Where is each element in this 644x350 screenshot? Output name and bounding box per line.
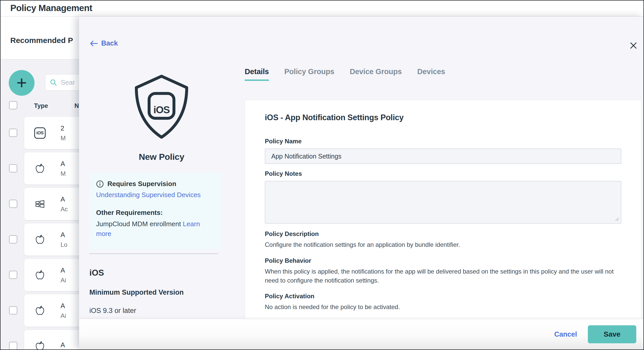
save-button[interactable]: Save: [588, 325, 636, 343]
modal-tabs: Details Policy Groups Device Groups Devi…: [245, 67, 445, 81]
recommended-policies-page: Recommended P Type N: [1, 16, 79, 350]
policy-description-text: Configure the notification settings for …: [265, 240, 621, 249]
row-checkbox[interactable]: [9, 235, 17, 243]
row-checkbox[interactable]: [9, 342, 17, 350]
info-icon: [96, 180, 104, 188]
policy-sub-truncated: Ai: [61, 312, 66, 319]
policy-row-card[interactable]: A: [24, 330, 79, 350]
policy-description-label: Policy Description: [265, 230, 621, 238]
app-header: Policy Management: [1, 1, 643, 16]
policy-name-truncated: A: [61, 195, 68, 203]
policy-row-card[interactable]: A Ai: [24, 294, 79, 327]
ios-shield-icon: iOS: [123, 74, 200, 143]
column-header-type: Type: [34, 102, 48, 109]
tab-devices[interactable]: Devices: [417, 67, 445, 81]
table-header: Type N: [1, 101, 79, 111]
policy-name-truncated: A: [61, 341, 65, 349]
row-checkbox[interactable]: [9, 129, 17, 137]
apple-icon: [34, 305, 46, 317]
policy-name-truncated: A: [61, 266, 66, 274]
policy-row-card[interactable]: A M: [24, 152, 79, 185]
row-checkbox[interactable]: [9, 271, 17, 279]
policy-name-truncated: A: [61, 160, 66, 168]
section-title: Recommended P: [10, 36, 73, 45]
table-row: iOS 2 M: [1, 117, 79, 149]
search-box: [45, 74, 79, 91]
policy-row-card[interactable]: A Lo: [24, 223, 79, 256]
modal-sidebar: iOS New Policy Requires Supervision Unde…: [79, 16, 244, 315]
requirements-info-box: Requires Supervision Understanding Super…: [89, 173, 221, 249]
policy-card-title: iOS - App Notification Settings Policy: [265, 113, 621, 122]
mdm-enrollment-text: JumpCloud MDM enrollment: [96, 220, 181, 228]
policies-list: iOS 2 M: [1, 117, 79, 350]
sidebar-divider: [89, 253, 218, 254]
row-checkbox[interactable]: [9, 306, 17, 314]
min-supported-version-value: iOS 9.3 or later: [89, 307, 234, 315]
apple-icon: [34, 340, 46, 350]
new-policy-modal: Back iOS New Policy: [79, 16, 643, 349]
close-button[interactable]: [629, 41, 638, 50]
page-title: Policy Management: [10, 3, 92, 13]
apple-icon: [34, 269, 46, 281]
row-checkbox[interactable]: [9, 164, 17, 172]
policy-details-card: iOS - App Notification Settings Policy P…: [245, 100, 641, 319]
new-policy-title: New Policy: [89, 152, 234, 162]
table-row: A M: [1, 152, 79, 185]
column-header-name: N: [74, 102, 79, 109]
close-icon: [629, 41, 638, 50]
cancel-button[interactable]: Cancel: [554, 330, 577, 338]
table-row: A Ai: [1, 259, 79, 291]
table-row: A Ac: [1, 188, 79, 220]
policy-notes-label: Policy Notes: [265, 170, 621, 177]
plus-icon: [15, 77, 28, 89]
shield-ios-label: iOS: [154, 104, 170, 115]
policy-behavior-text: When this policy is applied, the notific…: [265, 267, 621, 285]
other-requirements-label: Other Requirements:: [96, 209, 215, 217]
min-supported-version-label: Minimum Supported Version: [89, 288, 234, 296]
search-input[interactable]: [60, 78, 79, 87]
policy-behavior-label: Policy Behavior: [265, 257, 621, 264]
tab-details[interactable]: Details: [245, 67, 269, 81]
policy-name-label: Policy Name: [265, 138, 621, 145]
row-checkbox[interactable]: [9, 200, 17, 208]
table-row: A Lo: [1, 223, 79, 256]
policy-notes-textarea[interactable]: [265, 181, 621, 224]
os-heading: iOS: [89, 268, 234, 278]
search-icon: [49, 78, 57, 86]
policy-management-screen: Policy Management Recommended P Type N: [0, 0, 644, 350]
policy-row-card[interactable]: A Ai: [24, 259, 79, 291]
policy-name-input[interactable]: [265, 148, 621, 164]
policy-sub-truncated: Lo: [61, 241, 67, 248]
table-row: A: [1, 330, 79, 350]
apple-icon: [34, 163, 46, 174]
requires-supervision-label: Requires Supervision: [107, 180, 176, 188]
ios-badge-icon: iOS: [34, 127, 46, 139]
windows-icon: [34, 198, 46, 210]
select-all-checkbox[interactable]: [9, 101, 17, 109]
apple-icon: [34, 234, 46, 246]
policy-sub-truncated: M: [61, 170, 66, 177]
policy-name-truncated: 2: [61, 124, 66, 132]
policies-table-area: Type N iOS 2 M: [1, 59, 79, 350]
policy-sub-truncated: M: [61, 135, 66, 142]
policy-row-card[interactable]: iOS 2 M: [24, 117, 79, 149]
table-row: A Ai: [1, 294, 79, 327]
tab-device-groups[interactable]: Device Groups: [350, 67, 402, 81]
policy-sub-truncated: Ai: [61, 277, 66, 284]
modal-footer: Cancel Save: [79, 319, 643, 349]
policy-activation-text: No action is needed for the policy to be…: [265, 303, 621, 312]
policy-name-truncated: A: [61, 231, 67, 239]
policy-activation-label: Policy Activation: [265, 293, 621, 300]
add-policy-button[interactable]: [9, 70, 35, 96]
policy-name-truncated: A: [61, 302, 66, 310]
policy-sub-truncated: Ac: [61, 206, 68, 213]
policy-row-card[interactable]: A Ac: [24, 188, 79, 220]
understanding-supervised-devices-link[interactable]: Understanding Supervised Devices: [96, 191, 201, 199]
tab-policy-groups[interactable]: Policy Groups: [284, 67, 334, 81]
